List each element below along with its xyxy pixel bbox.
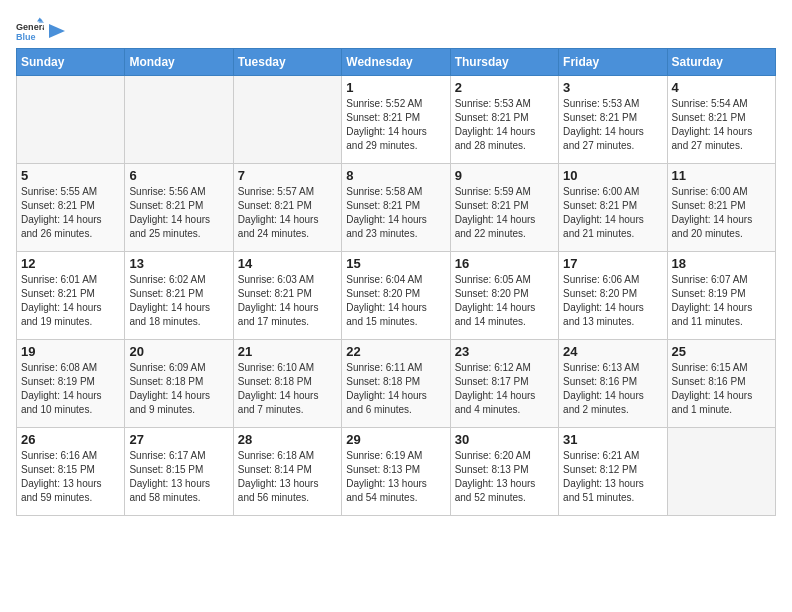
- day-info: Sunrise: 5:53 AM Sunset: 8:21 PM Dayligh…: [563, 97, 662, 153]
- weekday-header-sunday: Sunday: [17, 49, 125, 76]
- calendar-cell: 9Sunrise: 5:59 AM Sunset: 8:21 PM Daylig…: [450, 164, 558, 252]
- logo-flag-icon: [49, 24, 65, 38]
- day-number: 16: [455, 256, 554, 271]
- page-header: General Blue: [16, 16, 776, 44]
- calendar-cell: 30Sunrise: 6:20 AM Sunset: 8:13 PM Dayli…: [450, 428, 558, 516]
- day-number: 18: [672, 256, 771, 271]
- calendar-cell: 31Sunrise: 6:21 AM Sunset: 8:12 PM Dayli…: [559, 428, 667, 516]
- day-number: 1: [346, 80, 445, 95]
- calendar-table: SundayMondayTuesdayWednesdayThursdayFrid…: [16, 48, 776, 516]
- day-info: Sunrise: 6:20 AM Sunset: 8:13 PM Dayligh…: [455, 449, 554, 505]
- day-number: 11: [672, 168, 771, 183]
- day-info: Sunrise: 6:01 AM Sunset: 8:21 PM Dayligh…: [21, 273, 120, 329]
- calendar-cell: 6Sunrise: 5:56 AM Sunset: 8:21 PM Daylig…: [125, 164, 233, 252]
- calendar-cell: 4Sunrise: 5:54 AM Sunset: 8:21 PM Daylig…: [667, 76, 775, 164]
- day-info: Sunrise: 6:18 AM Sunset: 8:14 PM Dayligh…: [238, 449, 337, 505]
- week-row-4: 19Sunrise: 6:08 AM Sunset: 8:19 PM Dayli…: [17, 340, 776, 428]
- calendar-cell: 24Sunrise: 6:13 AM Sunset: 8:16 PM Dayli…: [559, 340, 667, 428]
- calendar-cell: 23Sunrise: 6:12 AM Sunset: 8:17 PM Dayli…: [450, 340, 558, 428]
- day-number: 4: [672, 80, 771, 95]
- day-number: 9: [455, 168, 554, 183]
- day-info: Sunrise: 6:11 AM Sunset: 8:18 PM Dayligh…: [346, 361, 445, 417]
- svg-marker-4: [49, 24, 65, 38]
- day-number: 19: [21, 344, 120, 359]
- calendar-cell: 22Sunrise: 6:11 AM Sunset: 8:18 PM Dayli…: [342, 340, 450, 428]
- calendar-cell: 10Sunrise: 6:00 AM Sunset: 8:21 PM Dayli…: [559, 164, 667, 252]
- day-info: Sunrise: 6:17 AM Sunset: 8:15 PM Dayligh…: [129, 449, 228, 505]
- calendar-cell: [667, 428, 775, 516]
- calendar-header: SundayMondayTuesdayWednesdayThursdayFrid…: [17, 49, 776, 76]
- calendar-cell: [125, 76, 233, 164]
- day-number: 21: [238, 344, 337, 359]
- calendar-cell: 1Sunrise: 5:52 AM Sunset: 8:21 PM Daylig…: [342, 76, 450, 164]
- weekday-header-thursday: Thursday: [450, 49, 558, 76]
- calendar-cell: 27Sunrise: 6:17 AM Sunset: 8:15 PM Dayli…: [125, 428, 233, 516]
- calendar-cell: 5Sunrise: 5:55 AM Sunset: 8:21 PM Daylig…: [17, 164, 125, 252]
- day-number: 27: [129, 432, 228, 447]
- day-info: Sunrise: 5:58 AM Sunset: 8:21 PM Dayligh…: [346, 185, 445, 241]
- day-number: 25: [672, 344, 771, 359]
- day-info: Sunrise: 6:09 AM Sunset: 8:18 PM Dayligh…: [129, 361, 228, 417]
- day-number: 30: [455, 432, 554, 447]
- calendar-cell: 25Sunrise: 6:15 AM Sunset: 8:16 PM Dayli…: [667, 340, 775, 428]
- day-number: 12: [21, 256, 120, 271]
- calendar-cell: 16Sunrise: 6:05 AM Sunset: 8:20 PM Dayli…: [450, 252, 558, 340]
- day-info: Sunrise: 6:08 AM Sunset: 8:19 PM Dayligh…: [21, 361, 120, 417]
- calendar-cell: 17Sunrise: 6:06 AM Sunset: 8:20 PM Dayli…: [559, 252, 667, 340]
- weekday-header-friday: Friday: [559, 49, 667, 76]
- calendar-cell: 11Sunrise: 6:00 AM Sunset: 8:21 PM Dayli…: [667, 164, 775, 252]
- day-number: 28: [238, 432, 337, 447]
- calendar-cell: [233, 76, 341, 164]
- day-info: Sunrise: 5:56 AM Sunset: 8:21 PM Dayligh…: [129, 185, 228, 241]
- calendar-cell: 28Sunrise: 6:18 AM Sunset: 8:14 PM Dayli…: [233, 428, 341, 516]
- day-number: 31: [563, 432, 662, 447]
- day-info: Sunrise: 6:12 AM Sunset: 8:17 PM Dayligh…: [455, 361, 554, 417]
- week-row-5: 26Sunrise: 6:16 AM Sunset: 8:15 PM Dayli…: [17, 428, 776, 516]
- day-number: 26: [21, 432, 120, 447]
- day-info: Sunrise: 5:57 AM Sunset: 8:21 PM Dayligh…: [238, 185, 337, 241]
- weekday-header-saturday: Saturday: [667, 49, 775, 76]
- day-info: Sunrise: 6:15 AM Sunset: 8:16 PM Dayligh…: [672, 361, 771, 417]
- logo: General Blue: [16, 16, 65, 44]
- day-info: Sunrise: 5:52 AM Sunset: 8:21 PM Dayligh…: [346, 97, 445, 153]
- weekday-header-wednesday: Wednesday: [342, 49, 450, 76]
- calendar-cell: 2Sunrise: 5:53 AM Sunset: 8:21 PM Daylig…: [450, 76, 558, 164]
- day-number: 23: [455, 344, 554, 359]
- calendar-cell: 13Sunrise: 6:02 AM Sunset: 8:21 PM Dayli…: [125, 252, 233, 340]
- svg-text:General: General: [16, 22, 44, 32]
- day-number: 24: [563, 344, 662, 359]
- day-info: Sunrise: 5:55 AM Sunset: 8:21 PM Dayligh…: [21, 185, 120, 241]
- weekday-header-tuesday: Tuesday: [233, 49, 341, 76]
- day-number: 7: [238, 168, 337, 183]
- day-info: Sunrise: 5:59 AM Sunset: 8:21 PM Dayligh…: [455, 185, 554, 241]
- day-number: 15: [346, 256, 445, 271]
- day-number: 17: [563, 256, 662, 271]
- day-number: 3: [563, 80, 662, 95]
- calendar-cell: 14Sunrise: 6:03 AM Sunset: 8:21 PM Dayli…: [233, 252, 341, 340]
- week-row-2: 5Sunrise: 5:55 AM Sunset: 8:21 PM Daylig…: [17, 164, 776, 252]
- week-row-3: 12Sunrise: 6:01 AM Sunset: 8:21 PM Dayli…: [17, 252, 776, 340]
- calendar-body: 1Sunrise: 5:52 AM Sunset: 8:21 PM Daylig…: [17, 76, 776, 516]
- day-number: 14: [238, 256, 337, 271]
- day-info: Sunrise: 6:13 AM Sunset: 8:16 PM Dayligh…: [563, 361, 662, 417]
- logo-icon: General Blue: [16, 16, 44, 44]
- calendar-cell: 26Sunrise: 6:16 AM Sunset: 8:15 PM Dayli…: [17, 428, 125, 516]
- day-info: Sunrise: 6:21 AM Sunset: 8:12 PM Dayligh…: [563, 449, 662, 505]
- day-info: Sunrise: 6:03 AM Sunset: 8:21 PM Dayligh…: [238, 273, 337, 329]
- day-info: Sunrise: 6:05 AM Sunset: 8:20 PM Dayligh…: [455, 273, 554, 329]
- day-info: Sunrise: 6:19 AM Sunset: 8:13 PM Dayligh…: [346, 449, 445, 505]
- day-number: 8: [346, 168, 445, 183]
- svg-text:Blue: Blue: [16, 32, 36, 42]
- day-number: 2: [455, 80, 554, 95]
- day-number: 5: [21, 168, 120, 183]
- calendar-cell: 21Sunrise: 6:10 AM Sunset: 8:18 PM Dayli…: [233, 340, 341, 428]
- calendar-cell: 20Sunrise: 6:09 AM Sunset: 8:18 PM Dayli…: [125, 340, 233, 428]
- day-number: 10: [563, 168, 662, 183]
- day-number: 13: [129, 256, 228, 271]
- day-info: Sunrise: 6:00 AM Sunset: 8:21 PM Dayligh…: [563, 185, 662, 241]
- day-number: 20: [129, 344, 228, 359]
- day-info: Sunrise: 6:16 AM Sunset: 8:15 PM Dayligh…: [21, 449, 120, 505]
- calendar-cell: 12Sunrise: 6:01 AM Sunset: 8:21 PM Dayli…: [17, 252, 125, 340]
- day-info: Sunrise: 6:07 AM Sunset: 8:19 PM Dayligh…: [672, 273, 771, 329]
- day-info: Sunrise: 6:10 AM Sunset: 8:18 PM Dayligh…: [238, 361, 337, 417]
